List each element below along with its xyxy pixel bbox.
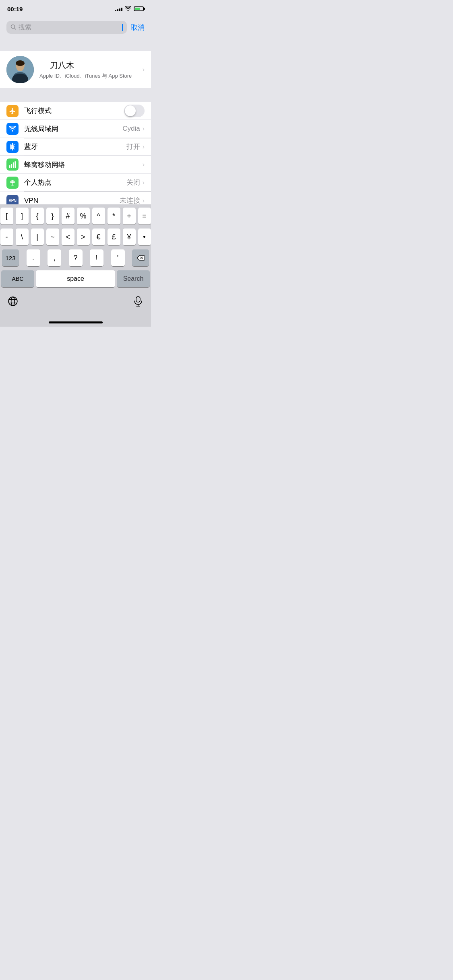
key-tilde[interactable]: ~ [46, 229, 59, 245]
key-pipe[interactable]: | [31, 229, 44, 245]
key-euro[interactable]: € [92, 229, 105, 245]
profile-row[interactable]: ゝ 刀八木 Apple ID、iCloud、iTunes 与 App Store… [0, 51, 151, 88]
signal-icon [115, 6, 122, 11]
key-brace-close[interactable]: } [46, 208, 59, 224]
bluetooth-chevron: › [143, 143, 145, 150]
bluetooth-value: 打开 [126, 142, 140, 151]
key-asterisk[interactable]: * [108, 208, 120, 224]
avatar [6, 56, 34, 83]
key-yen[interactable]: ¥ [123, 229, 136, 245]
key-equals[interactable]: = [138, 208, 151, 224]
vpn-label: VPN [24, 197, 120, 205]
key-exclaim[interactable]: ! [90, 249, 103, 266]
hotspot-value: 关闭 [126, 178, 140, 187]
profile-info: ゝ 刀八木 Apple ID、iCloud、iTunes 与 App Store [39, 60, 137, 80]
vpn-chevron: › [143, 197, 145, 204]
status-bar: 00:19 [0, 0, 151, 18]
hotspot-icon [6, 177, 19, 189]
settings-item-hotspot[interactable]: 个人热点 关闭 › [0, 174, 151, 191]
svg-point-15 [12, 181, 14, 183]
avatar-image [6, 56, 34, 83]
wifi-chevron: › [143, 125, 145, 132]
settings-list: 飞行模式 无线局域网 Cydia › 蓝牙 打开 › [0, 102, 151, 210]
wifi-label: 无线局域网 [24, 124, 122, 134]
key-bracket-close[interactable]: ] [16, 208, 29, 224]
key-backslash[interactable]: \ [16, 229, 29, 245]
airplane-toggle[interactable] [124, 105, 145, 117]
cancel-button[interactable]: 取消 [131, 23, 145, 32]
key-pound[interactable]: £ [108, 229, 120, 245]
profile-subtitle: Apple ID、iCloud、iTunes 与 App Store [39, 72, 137, 80]
globe-key[interactable] [4, 293, 21, 310]
svg-point-19 [11, 297, 15, 306]
key-space[interactable]: space [36, 270, 115, 287]
search-input-wrapper[interactable] [6, 21, 127, 34]
wifi-settings-icon [6, 123, 19, 135]
keyboard-extras-row [1, 291, 150, 313]
key-period[interactable]: . [27, 249, 40, 266]
bluetooth-icon [6, 141, 19, 153]
keyboard-row-2: - \ | ~ < > € £ ¥ • [1, 229, 150, 245]
section-gap-2 [0, 88, 151, 102]
key-bullet[interactable]: • [138, 229, 151, 245]
settings-item-bluetooth[interactable]: 蓝牙 打开 › [0, 138, 151, 156]
key-brace-open[interactable]: { [31, 208, 44, 224]
svg-point-18 [8, 297, 17, 306]
key-comma[interactable]: , [48, 249, 61, 266]
key-percent[interactable]: % [77, 208, 90, 224]
key-caret[interactable]: ^ [92, 208, 105, 224]
keyboard-row-3: 123 . , ? ! ' [1, 249, 150, 266]
svg-line-1 [14, 28, 16, 29]
key-greater[interactable]: > [77, 229, 90, 245]
wifi-icon [125, 6, 131, 12]
keyboard: [ ] { } # % ^ * + = - \ | ~ < > € £ ¥ • … [0, 204, 151, 327]
key-minus[interactable]: - [0, 229, 13, 245]
svg-rect-14 [14, 161, 16, 168]
airplane-icon [6, 105, 19, 117]
text-cursor [122, 24, 123, 31]
svg-rect-13 [13, 163, 14, 168]
cellular-chevron: › [143, 161, 145, 168]
search-icon [10, 24, 16, 31]
key-less[interactable]: < [62, 229, 74, 245]
toggle-knob [125, 105, 136, 116]
key-abc[interactable]: ABC [1, 270, 34, 287]
key-123[interactable]: 123 [2, 249, 19, 266]
key-delete[interactable] [132, 249, 149, 266]
key-bracket-open[interactable]: [ [0, 208, 13, 224]
profile-name: ゝ 刀八木 [39, 60, 137, 71]
hotspot-chevron: › [143, 179, 145, 186]
cellular-icon [6, 159, 19, 171]
home-indicator [1, 313, 150, 327]
key-question[interactable]: ? [69, 249, 83, 266]
svg-rect-22 [136, 296, 140, 302]
section-gap-1 [0, 37, 151, 51]
airplane-label: 飞行模式 [24, 106, 124, 115]
home-bar [49, 321, 103, 323]
profile-chevron: › [143, 66, 145, 73]
key-apostrophe[interactable]: ' [111, 249, 125, 266]
key-plus[interactable]: + [123, 208, 136, 224]
vpn-value: 未连接 [120, 196, 140, 205]
key-search[interactable]: Search [117, 270, 150, 287]
wifi-value: Cydia [122, 125, 140, 133]
settings-item-airplane[interactable]: 飞行模式 [0, 102, 151, 120]
key-hash[interactable]: # [62, 208, 74, 224]
hotspot-label: 个人热点 [24, 178, 126, 187]
mic-key[interactable] [130, 293, 147, 310]
search-input[interactable] [19, 24, 119, 31]
svg-rect-12 [11, 164, 12, 168]
svg-rect-11 [9, 165, 10, 168]
bluetooth-label: 蓝牙 [24, 142, 126, 151]
keyboard-bottom-row: ABC space Search [1, 270, 150, 287]
battery-fill [135, 8, 140, 10]
settings-item-wifi[interactable]: 无线局域网 Cydia › [0, 120, 151, 138]
keyboard-row-1: [ ] { } # % ^ * + = [1, 208, 150, 224]
settings-item-cellular[interactable]: 蜂窝移动网络 › [0, 156, 151, 174]
battery-icon [134, 6, 144, 11]
search-bar-container: 取消 [0, 18, 151, 37]
status-icons [115, 6, 144, 12]
status-time: 00:19 [7, 6, 23, 12]
cellular-label: 蜂窝移动网络 [24, 160, 143, 169]
